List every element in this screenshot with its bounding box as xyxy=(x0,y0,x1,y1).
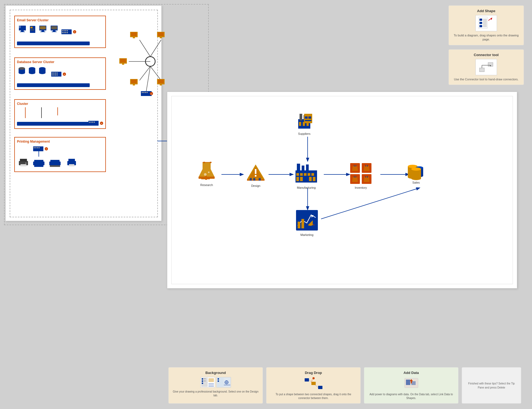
svg-rect-42 xyxy=(55,74,56,75)
svg-point-129 xyxy=(204,173,207,176)
svg-rect-195 xyxy=(218,378,219,380)
db-icon-1 xyxy=(18,67,25,77)
background-tip-card: Background xyxy=(168,367,263,404)
svg-point-34 xyxy=(39,71,46,74)
svg-rect-201 xyxy=(305,378,309,381)
bare-cluster-box[interactable]: Cluster × xyxy=(14,99,106,129)
svg-rect-14 xyxy=(53,30,55,32)
printer-icon-2 xyxy=(49,159,61,168)
svg-rect-138 xyxy=(255,169,256,174)
svg-rect-99 xyxy=(479,25,482,27)
svg-line-117 xyxy=(321,188,419,219)
email-cluster-box[interactable]: Email Server Cluster xyxy=(14,16,106,48)
print-cluster-title: Printing Management xyxy=(17,140,103,143)
svg-rect-63 xyxy=(50,165,60,167)
db-cluster-content: × xyxy=(17,66,103,87)
svg-rect-162 xyxy=(367,165,368,167)
svg-rect-77 xyxy=(158,32,164,36)
svg-rect-38 xyxy=(55,73,56,74)
svg-rect-181 xyxy=(301,219,304,228)
svg-rect-100 xyxy=(483,19,487,27)
printer-icon-1 xyxy=(18,158,29,168)
svg-rect-196 xyxy=(218,380,219,382)
svg-rect-209 xyxy=(411,381,416,385)
flow-diagram-panel: Suppliers Research xyxy=(167,92,517,288)
marketing-node: Marketing xyxy=(295,209,318,236)
db-cluster-title: Database Server Cluster xyxy=(17,60,103,64)
svg-rect-164 xyxy=(354,176,354,178)
svg-rect-185 xyxy=(202,380,203,382)
svg-rect-167 xyxy=(366,176,366,178)
svg-rect-2 xyxy=(21,30,24,32)
cluster-line-1 xyxy=(25,107,26,118)
bare-patch-panel: × xyxy=(88,121,103,126)
db-icon-2 xyxy=(29,67,36,77)
svg-rect-133 xyxy=(210,162,211,163)
svg-rect-89 xyxy=(142,92,143,93)
inventory-label: Inventory xyxy=(349,186,372,189)
print-cluster-content: × xyxy=(17,145,103,172)
svg-rect-44 xyxy=(88,121,99,126)
svg-rect-155 xyxy=(309,177,312,181)
svg-rect-11 xyxy=(40,32,45,32)
svg-rect-75 xyxy=(133,37,135,38)
flow-arrows-svg xyxy=(172,96,513,284)
svg-rect-61 xyxy=(49,161,61,165)
email-cluster-title: Email Server Cluster xyxy=(17,18,103,22)
svg-rect-39 xyxy=(57,73,58,74)
inventory-icon xyxy=(349,162,372,184)
svg-point-205 xyxy=(312,377,315,379)
svg-line-93 xyxy=(146,66,150,91)
svg-rect-103 xyxy=(479,68,484,72)
connector-tool-card: Connector tool Use the Connector tool to… xyxy=(448,49,524,85)
svg-rect-84 xyxy=(133,84,135,85)
svg-rect-204 xyxy=(311,382,316,385)
svg-rect-80 xyxy=(120,59,126,63)
add-data-tip-title: Add Data xyxy=(367,371,455,375)
db-icon-3 xyxy=(39,67,46,77)
svg-point-28 xyxy=(19,67,25,70)
svg-rect-142 xyxy=(253,178,255,181)
svg-rect-132 xyxy=(203,162,205,163)
cluster-line-3 xyxy=(57,107,58,115)
research-node: Research xyxy=(196,161,217,187)
svg-rect-139 xyxy=(255,175,256,177)
svg-rect-40 xyxy=(52,74,53,75)
svg-point-57 xyxy=(25,163,26,164)
svg-rect-128 xyxy=(305,120,311,121)
scanner-icon xyxy=(33,159,44,168)
svg-rect-153 xyxy=(296,177,299,181)
design-icon xyxy=(246,163,266,182)
svg-rect-200 xyxy=(224,384,230,386)
svg-rect-161 xyxy=(366,165,366,167)
svg-rect-20 xyxy=(67,30,68,31)
svg-rect-122 xyxy=(299,122,301,126)
svg-rect-23 xyxy=(65,32,66,33)
print-cluster-box[interactable]: Printing Management × xyxy=(14,137,106,172)
svg-rect-15 xyxy=(52,32,57,32)
svg-rect-145 xyxy=(297,164,300,172)
svg-rect-180 xyxy=(298,222,300,228)
svg-rect-154 xyxy=(300,177,303,181)
svg-rect-56 xyxy=(20,164,26,166)
email-monitor-3 xyxy=(50,25,58,34)
svg-rect-13 xyxy=(51,26,57,29)
db-cluster-box[interactable]: Database Server Cluster × xyxy=(14,57,106,90)
svg-rect-35 xyxy=(51,72,61,77)
research-label: Research xyxy=(196,183,217,187)
svg-rect-143 xyxy=(259,178,261,181)
email-monitor-2 xyxy=(39,25,47,34)
add-shape-title: Add Shape xyxy=(452,9,520,13)
svg-rect-127 xyxy=(308,116,311,119)
svg-rect-41 xyxy=(53,74,54,75)
db-icon-row: × xyxy=(17,66,103,82)
svg-rect-208 xyxy=(406,380,410,385)
db-network-bar xyxy=(17,83,90,87)
svg-rect-17 xyxy=(62,30,63,31)
drag-drop-tip-icon xyxy=(270,377,357,390)
svg-rect-148 xyxy=(296,173,299,176)
email-monitor-1 xyxy=(18,25,26,34)
svg-rect-149 xyxy=(300,173,303,176)
connector-tool-title: Connector tool xyxy=(452,53,520,57)
svg-rect-159 xyxy=(356,165,356,167)
